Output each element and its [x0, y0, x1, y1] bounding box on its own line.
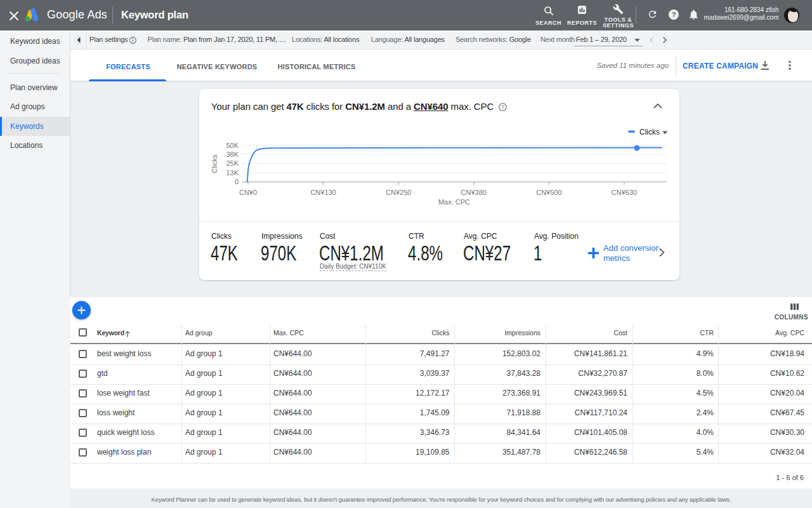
svg-text:CN¥380: CN¥380	[461, 189, 487, 196]
svg-text:Max. CPC: Max. CPC	[438, 198, 470, 206]
svg-text:CN¥0: CN¥0	[239, 189, 257, 196]
svg-text:CN¥250: CN¥250	[386, 189, 411, 196]
svg-text:50K: 50K	[226, 142, 239, 149]
svg-text:38K: 38K	[226, 150, 239, 158]
svg-text:Clicks: Clicks	[211, 154, 218, 173]
svg-text:CN¥630: CN¥630	[612, 189, 637, 196]
svg-text:13K: 13K	[226, 169, 239, 177]
svg-text:?: ?	[501, 104, 504, 110]
svg-text:0: 0	[235, 178, 239, 185]
svg-text:Clicks: Clicks	[639, 128, 660, 137]
svg-text:CN¥500: CN¥500	[536, 189, 561, 196]
svg-text:25K: 25K	[226, 159, 239, 167]
svg-text:CN¥130: CN¥130	[310, 189, 336, 196]
svg-text:?: ?	[672, 11, 676, 18]
